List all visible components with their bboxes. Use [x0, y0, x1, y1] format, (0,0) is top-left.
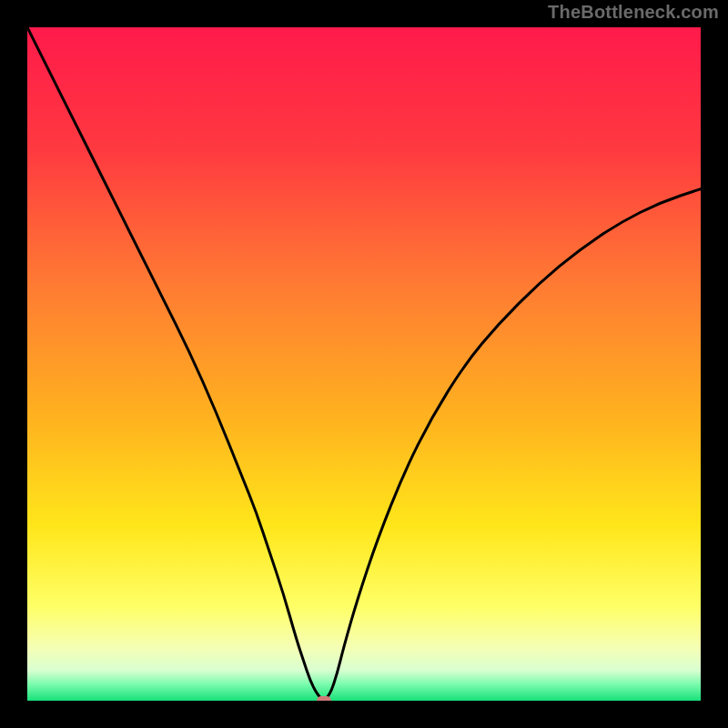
watermark-text: TheBottleneck.com [548, 2, 719, 23]
plot-area [27, 27, 701, 701]
gradient-background [27, 27, 701, 701]
notch-marker [317, 696, 331, 701]
chart-frame: TheBottleneck.com [0, 0, 728, 728]
chart-svg [27, 27, 701, 701]
